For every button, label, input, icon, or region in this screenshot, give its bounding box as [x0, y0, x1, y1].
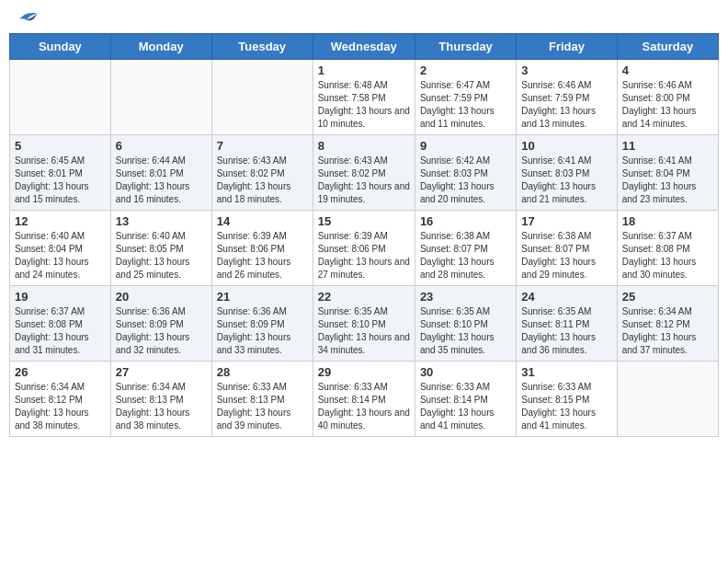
calendar-day: [617, 362, 718, 437]
calendar-day: 31Sunrise: 6:33 AM Sunset: 8:15 PM Dayli…: [517, 362, 617, 437]
day-info: Sunrise: 6:33 AM Sunset: 8:14 PM Dayligh…: [420, 381, 511, 432]
col-header-saturday: Saturday: [617, 34, 718, 60]
day-number: 20: [116, 290, 207, 304]
day-number: 4: [622, 63, 713, 77]
calendar-day: 7Sunrise: 6:43 AM Sunset: 8:02 PM Daylig…: [211, 135, 313, 211]
calendar-day: 10Sunrise: 6:41 AM Sunset: 8:03 PM Dayli…: [517, 135, 617, 211]
calendar-day: 14Sunrise: 6:39 AM Sunset: 8:06 PM Dayli…: [211, 211, 313, 286]
day-number: 26: [15, 365, 106, 379]
calendar-header-row: SundayMondayTuesdayWednesdayThursdayFrid…: [10, 34, 719, 60]
calendar-day: 12Sunrise: 6:40 AM Sunset: 8:04 PM Dayli…: [10, 211, 111, 286]
col-header-wednesday: Wednesday: [313, 34, 415, 60]
day-number: 11: [622, 139, 713, 153]
calendar-day: 1Sunrise: 6:48 AM Sunset: 7:58 PM Daylig…: [313, 60, 415, 135]
calendar-day: 5Sunrise: 6:45 AM Sunset: 8:01 PM Daylig…: [10, 135, 111, 211]
day-number: 23: [420, 290, 511, 304]
calendar-day: 15Sunrise: 6:39 AM Sunset: 8:06 PM Dayli…: [313, 211, 415, 286]
day-number: 22: [318, 290, 410, 304]
day-number: 17: [521, 214, 611, 228]
calendar-day: 29Sunrise: 6:33 AM Sunset: 8:14 PM Dayli…: [313, 362, 415, 437]
calendar-day: 9Sunrise: 6:42 AM Sunset: 8:03 PM Daylig…: [415, 135, 516, 211]
day-info: Sunrise: 6:40 AM Sunset: 8:04 PM Dayligh…: [15, 230, 106, 282]
calendar-day: 28Sunrise: 6:33 AM Sunset: 8:13 PM Dayli…: [211, 362, 313, 437]
logo-text: [13, 9, 39, 26]
calendar-day: 8Sunrise: 6:43 AM Sunset: 8:02 PM Daylig…: [313, 135, 415, 211]
calendar-week-row: 1Sunrise: 6:48 AM Sunset: 7:58 PM Daylig…: [10, 60, 719, 135]
calendar-day: 2Sunrise: 6:47 AM Sunset: 7:59 PM Daylig…: [415, 60, 516, 135]
col-header-friday: Friday: [517, 34, 617, 60]
day-info: Sunrise: 6:41 AM Sunset: 8:03 PM Dayligh…: [521, 155, 611, 206]
col-header-thursday: Thursday: [415, 34, 516, 60]
day-info: Sunrise: 6:43 AM Sunset: 8:02 PM Dayligh…: [217, 155, 308, 206]
day-info: Sunrise: 6:46 AM Sunset: 7:59 PM Dayligh…: [521, 79, 611, 131]
calendar-day: 11Sunrise: 6:41 AM Sunset: 8:04 PM Dayli…: [617, 135, 718, 211]
day-info: Sunrise: 6:34 AM Sunset: 8:13 PM Dayligh…: [116, 381, 207, 432]
day-info: Sunrise: 6:37 AM Sunset: 8:08 PM Dayligh…: [15, 305, 106, 357]
calendar-day: 26Sunrise: 6:34 AM Sunset: 8:12 PM Dayli…: [10, 362, 111, 437]
day-info: Sunrise: 6:42 AM Sunset: 8:03 PM Dayligh…: [420, 155, 511, 206]
day-info: Sunrise: 6:46 AM Sunset: 8:00 PM Dayligh…: [622, 79, 713, 131]
col-header-tuesday: Tuesday: [211, 34, 313, 60]
page-header: [9, 9, 719, 26]
day-info: Sunrise: 6:36 AM Sunset: 8:09 PM Dayligh…: [217, 305, 308, 357]
day-number: 3: [521, 63, 611, 77]
calendar-day: 20Sunrise: 6:36 AM Sunset: 8:09 PM Dayli…: [110, 286, 211, 362]
day-number: 16: [420, 214, 511, 228]
logo-bird-icon: [13, 9, 39, 29]
day-info: Sunrise: 6:47 AM Sunset: 7:59 PM Dayligh…: [420, 79, 511, 131]
calendar-day: 17Sunrise: 6:38 AM Sunset: 8:07 PM Dayli…: [517, 211, 617, 286]
day-number: 2: [420, 63, 511, 77]
day-info: Sunrise: 6:38 AM Sunset: 8:07 PM Dayligh…: [420, 230, 511, 282]
day-number: 28: [217, 365, 308, 379]
day-info: Sunrise: 6:37 AM Sunset: 8:08 PM Dayligh…: [622, 230, 713, 282]
day-info: Sunrise: 6:39 AM Sunset: 8:06 PM Dayligh…: [318, 230, 410, 282]
col-header-sunday: Sunday: [10, 34, 111, 60]
calendar-day: 3Sunrise: 6:46 AM Sunset: 7:59 PM Daylig…: [517, 60, 617, 135]
day-info: Sunrise: 6:41 AM Sunset: 8:04 PM Dayligh…: [622, 155, 713, 206]
col-header-monday: Monday: [110, 34, 211, 60]
day-info: Sunrise: 6:45 AM Sunset: 8:01 PM Dayligh…: [15, 155, 106, 206]
day-number: 27: [116, 365, 207, 379]
calendar-day: 4Sunrise: 6:46 AM Sunset: 8:00 PM Daylig…: [617, 60, 718, 135]
day-info: Sunrise: 6:36 AM Sunset: 8:09 PM Dayligh…: [116, 305, 207, 357]
calendar-day: 23Sunrise: 6:35 AM Sunset: 8:10 PM Dayli…: [415, 286, 516, 362]
day-info: Sunrise: 6:34 AM Sunset: 8:12 PM Dayligh…: [15, 381, 106, 432]
day-number: 24: [521, 290, 611, 304]
calendar-week-row: 5Sunrise: 6:45 AM Sunset: 8:01 PM Daylig…: [10, 135, 719, 211]
calendar-week-row: 26Sunrise: 6:34 AM Sunset: 8:12 PM Dayli…: [10, 362, 719, 437]
logo: [13, 9, 39, 26]
day-info: Sunrise: 6:33 AM Sunset: 8:14 PM Dayligh…: [318, 381, 410, 432]
day-number: 21: [217, 290, 308, 304]
day-info: Sunrise: 6:35 AM Sunset: 8:11 PM Dayligh…: [521, 305, 611, 357]
day-number: 5: [15, 139, 106, 153]
day-number: 14: [217, 214, 308, 228]
day-number: 12: [15, 214, 106, 228]
calendar-day: 21Sunrise: 6:36 AM Sunset: 8:09 PM Dayli…: [211, 286, 313, 362]
calendar-day: 18Sunrise: 6:37 AM Sunset: 8:08 PM Dayli…: [617, 211, 718, 286]
day-info: Sunrise: 6:35 AM Sunset: 8:10 PM Dayligh…: [420, 305, 511, 357]
day-number: 18: [622, 214, 713, 228]
calendar-day: 16Sunrise: 6:38 AM Sunset: 8:07 PM Dayli…: [415, 211, 516, 286]
day-info: Sunrise: 6:48 AM Sunset: 7:58 PM Dayligh…: [318, 79, 410, 131]
calendar-day: 13Sunrise: 6:40 AM Sunset: 8:05 PM Dayli…: [110, 211, 211, 286]
calendar-table: SundayMondayTuesdayWednesdayThursdayFrid…: [9, 33, 719, 437]
calendar-day: 22Sunrise: 6:35 AM Sunset: 8:10 PM Dayli…: [313, 286, 415, 362]
calendar-week-row: 12Sunrise: 6:40 AM Sunset: 8:04 PM Dayli…: [10, 211, 719, 286]
day-number: 15: [318, 214, 410, 228]
calendar-day: 30Sunrise: 6:33 AM Sunset: 8:14 PM Dayli…: [415, 362, 516, 437]
calendar-day: 27Sunrise: 6:34 AM Sunset: 8:13 PM Dayli…: [110, 362, 211, 437]
day-number: 30: [420, 365, 511, 379]
day-info: Sunrise: 6:40 AM Sunset: 8:05 PM Dayligh…: [116, 230, 207, 282]
day-info: Sunrise: 6:39 AM Sunset: 8:06 PM Dayligh…: [217, 230, 308, 282]
calendar-day: [211, 60, 313, 135]
day-number: 9: [420, 139, 511, 153]
day-info: Sunrise: 6:33 AM Sunset: 8:15 PM Dayligh…: [521, 381, 611, 432]
calendar-day: 6Sunrise: 6:44 AM Sunset: 8:01 PM Daylig…: [110, 135, 211, 211]
calendar-day: 25Sunrise: 6:34 AM Sunset: 8:12 PM Dayli…: [617, 286, 718, 362]
day-info: Sunrise: 6:43 AM Sunset: 8:02 PM Dayligh…: [318, 155, 410, 206]
calendar-day: [10, 60, 111, 135]
day-info: Sunrise: 6:34 AM Sunset: 8:12 PM Dayligh…: [622, 305, 713, 357]
day-info: Sunrise: 6:35 AM Sunset: 8:10 PM Dayligh…: [318, 305, 410, 357]
day-number: 13: [116, 214, 207, 228]
calendar-day: [110, 60, 211, 135]
